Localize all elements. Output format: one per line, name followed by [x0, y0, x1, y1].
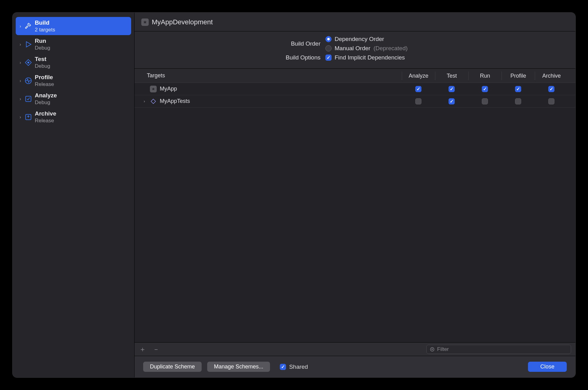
checkbox-run[interactable]	[482, 98, 488, 104]
radio-icon[interactable]	[325, 45, 332, 51]
sidebar-item-subtitle: Release	[35, 117, 56, 124]
sidebar-item-subtitle: Debug	[35, 45, 50, 51]
build-options: Build Order Dependency Order Manual Orde…	[135, 31, 575, 68]
sidebar-item-title: Run	[35, 37, 50, 45]
radio-label: Manual Order	[335, 45, 370, 52]
deprecated-label: (Deprecated)	[373, 45, 408, 52]
sidebar-item-analyze[interactable]: › Analyze Debug	[16, 90, 131, 108]
shared-checkbox-row[interactable]: Shared	[280, 364, 308, 370]
table-toolbar: ＋ －	[135, 342, 575, 356]
checkbox-profile[interactable]	[515, 98, 521, 104]
checkbox-analyze[interactable]	[415, 86, 421, 92]
checkbox-analyze[interactable]	[415, 98, 421, 104]
chevron-right-icon[interactable]: ›	[18, 24, 23, 29]
checkbox-test[interactable]	[449, 86, 455, 92]
table-empty-space	[135, 108, 575, 342]
checkbox-icon[interactable]	[280, 364, 286, 370]
checkbox-label: Find Implicit Dependencies	[335, 54, 405, 61]
sidebar-item-title: Archive	[35, 110, 56, 117]
app-icon	[141, 18, 149, 26]
targets-table: Targets Analyze Test Run Profile Archive…	[135, 68, 575, 356]
column-header-targets[interactable]: Targets	[147, 72, 402, 79]
radio-icon[interactable]	[325, 36, 332, 42]
play-icon	[24, 40, 33, 49]
sidebar-item-title: Test	[35, 55, 50, 63]
scheme-title: MyAppDevelopment	[152, 18, 213, 26]
analyze-icon	[24, 94, 33, 104]
filter-input[interactable]	[437, 346, 568, 352]
scheme-editor-window: › Build 2 targets › Run Debug	[12, 12, 576, 378]
sidebar-item-subtitle: Release	[35, 81, 54, 87]
checkbox-archive[interactable]	[548, 98, 554, 104]
add-button[interactable]: ＋	[139, 345, 146, 354]
main-panel: MyAppDevelopment Build Order Dependency …	[135, 13, 575, 377]
manage-schemes-button[interactable]: Manage Schemes...	[207, 362, 270, 372]
build-options-label: Build Options	[141, 54, 325, 61]
sidebar-item-run[interactable]: › Run Debug	[16, 35, 131, 53]
sidebar-item-profile[interactable]: › Profile Release	[16, 71, 131, 90]
sidebar-item-test[interactable]: › Test Debug	[16, 53, 131, 71]
filter-icon	[430, 347, 435, 352]
sidebar-item-subtitle: 2 targets	[35, 26, 55, 33]
column-header-run[interactable]: Run	[468, 71, 501, 80]
checkbox-find-implicit[interactable]: Find Implicit Dependencies	[325, 54, 405, 61]
header: MyAppDevelopment	[135, 13, 575, 31]
target-name: MyApp	[160, 86, 177, 92]
sidebar-item-archive[interactable]: › Archive Release	[16, 108, 131, 126]
checkbox-icon[interactable]	[325, 55, 332, 61]
chevron-right-icon[interactable]: ›	[142, 99, 147, 104]
column-header-analyze[interactable]: Analyze	[402, 71, 435, 80]
sidebar-item-title: Analyze	[35, 92, 57, 99]
remove-button[interactable]: －	[152, 345, 160, 354]
radio-dependency-order[interactable]: Dependency Order	[325, 36, 408, 43]
footer: Duplicate Scheme Manage Schemes... Share…	[135, 356, 575, 377]
table-row[interactable]: › MyAppTests	[135, 95, 575, 108]
svg-rect-4	[26, 96, 31, 101]
duplicate-scheme-button[interactable]: Duplicate Scheme	[143, 362, 202, 372]
table-header: Targets Analyze Test Run Profile Archive	[135, 69, 575, 83]
close-button[interactable]: Close	[528, 362, 567, 372]
build-order-label: Build Order	[141, 40, 325, 47]
column-header-profile[interactable]: Profile	[501, 71, 535, 80]
table-row[interactable]: MyApp	[135, 83, 575, 95]
checkbox-test[interactable]	[449, 98, 455, 104]
gauge-icon	[24, 76, 33, 85]
sidebar-item-build[interactable]: › Build 2 targets	[16, 17, 131, 35]
svg-point-2	[28, 62, 29, 63]
column-header-archive[interactable]: Archive	[535, 71, 568, 80]
wrench-icon	[24, 58, 33, 67]
sidebar-item-title: Build	[35, 19, 55, 26]
radio-manual-order[interactable]: Manual Order (Deprecated)	[325, 45, 408, 52]
archive-icon	[24, 112, 33, 122]
checkbox-archive[interactable]	[548, 86, 554, 92]
shared-label: Shared	[289, 364, 308, 370]
filter-field[interactable]	[426, 345, 571, 354]
sidebar-item-title: Profile	[35, 74, 54, 81]
chevron-right-icon[interactable]: ›	[18, 60, 23, 65]
app-target-icon	[150, 86, 157, 92]
svg-point-7	[430, 347, 434, 351]
chevron-right-icon[interactable]: ›	[18, 115, 23, 120]
svg-marker-6	[151, 99, 156, 104]
test-target-icon	[150, 98, 157, 105]
sidebar: › Build 2 targets › Run Debug	[13, 13, 135, 377]
sidebar-item-subtitle: Debug	[35, 63, 50, 69]
column-header-test[interactable]: Test	[435, 71, 468, 80]
checkbox-profile[interactable]	[515, 86, 521, 92]
chevron-right-icon[interactable]: ›	[18, 96, 23, 101]
checkbox-run[interactable]	[482, 86, 488, 92]
sidebar-item-subtitle: Debug	[35, 99, 57, 106]
svg-marker-0	[26, 42, 31, 47]
chevron-right-icon[interactable]: ›	[18, 42, 23, 47]
target-name: MyAppTests	[160, 98, 190, 104]
hammer-icon	[24, 22, 33, 31]
chevron-right-icon[interactable]: ›	[18, 78, 23, 83]
radio-label: Dependency Order	[335, 36, 384, 43]
